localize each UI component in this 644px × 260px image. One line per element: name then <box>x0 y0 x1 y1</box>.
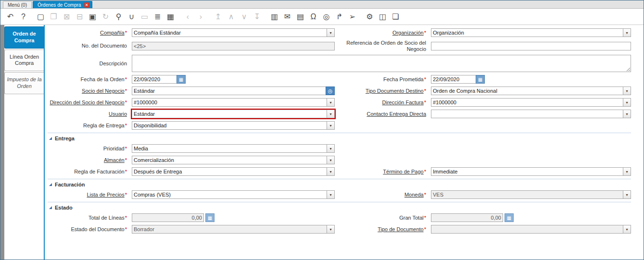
calendar-icon[interactable]: ▦ <box>165 12 176 22</box>
regla-facturacion-combo: ▾ <box>132 167 335 176</box>
fecha-orden-label: Fecha de la Orden* <box>48 76 128 83</box>
compania-label[interactable]: Compañía* <box>48 30 128 36</box>
estado-documento-dropdown-button[interactable]: ▾ <box>327 225 335 234</box>
socio-search-button[interactable]: ◎ <box>326 87 335 95</box>
estado-documento-combo: ▾ <box>132 225 335 234</box>
total-lineas-calculator-button[interactable]: ▦ <box>205 213 215 222</box>
preference-icon[interactable]: ⚙ <box>365 12 375 22</box>
tipo-doc-destino-label[interactable]: Tipo Documento Destino* <box>338 88 428 94</box>
tipo-doc-destino-dropdown-button[interactable]: ▾ <box>623 87 631 95</box>
window-tabbar: Menú (0) Órdenes de Compra ✕ <box>0 0 644 9</box>
direccion-factura-input[interactable] <box>431 98 623 107</box>
gran-total-label: Gran Total* <box>338 215 428 221</box>
fecha-orden-calendar-button[interactable]: ▦ <box>177 75 186 84</box>
record-info-icon[interactable]: ≣ <box>152 12 163 22</box>
almacen-combo: ▾ <box>132 156 335 164</box>
print-icon[interactable]: ▤ <box>295 12 305 22</box>
socio-label[interactable]: Socio del Negocio* <box>48 88 128 94</box>
socio-input[interactable] <box>132 87 326 95</box>
regla-entrega-dropdown-button[interactable]: ▾ <box>327 121 335 130</box>
sidebar-tabs: Orden de Compra Línea Orden Compra Impue… <box>4 25 44 260</box>
find-icon[interactable]: ⚲ <box>114 12 124 22</box>
compania-input[interactable] <box>132 28 327 37</box>
regla-facturacion-input[interactable] <box>132 167 327 176</box>
required-marker: * <box>125 215 127 221</box>
product-info-icon[interactable]: ◫ <box>378 12 388 22</box>
lista-precios-dropdown-button[interactable]: ▾ <box>327 190 335 199</box>
send-mail-icon[interactable]: ➢ <box>347 12 357 22</box>
archive-icon[interactable]: ✉ <box>282 12 292 22</box>
gran-total-calculator-button[interactable]: ▦ <box>505 213 514 222</box>
sidebar-tab-impuesto-de-la-orden[interactable]: Impuesto de la Orden <box>4 72 44 94</box>
close-tab-icon[interactable]: ✕ <box>84 2 89 8</box>
compania-dropdown-button[interactable]: ▾ <box>327 28 335 37</box>
termino-pago-label[interactable]: Término de Pago* <box>338 169 428 175</box>
almacen-input[interactable] <box>132 156 327 164</box>
section-facturacion-header[interactable]: Facturación <box>49 182 631 187</box>
moneda-label[interactable]: Moneda* <box>338 192 428 198</box>
fecha-prometida-field: ▦ <box>431 75 485 84</box>
section-collapse-icon <box>49 183 52 186</box>
required-marker: * <box>125 192 127 198</box>
section-facturacion-title: Facturación <box>55 182 85 187</box>
fecha-orden-field: ▦ <box>132 75 186 84</box>
zoom-across-icon[interactable]: ◎ <box>321 12 331 22</box>
organizacion-label[interactable]: Organización* <box>338 30 428 36</box>
report-icon[interactable]: ▥ <box>269 12 279 22</box>
sidebar-tab-orden-de-compra[interactable]: Orden de Compra <box>4 26 44 49</box>
usuario-input[interactable] <box>132 110 327 118</box>
direccion-socio-input[interactable] <box>132 98 327 107</box>
tipo-doc-destino-input[interactable] <box>431 87 623 95</box>
prioridad-dropdown-button[interactable]: ▾ <box>327 144 335 153</box>
regla-entrega-input[interactable] <box>132 121 327 130</box>
section-estado-header[interactable]: Estado <box>49 205 631 210</box>
tab-menu[interactable]: Menú (0) <box>3 1 32 8</box>
termino-pago-dropdown-button[interactable]: ▾ <box>623 167 631 176</box>
copy-record-icon: ❐ <box>49 12 59 22</box>
descripcion-textarea[interactable] <box>132 55 631 72</box>
fecha-orden-input[interactable] <box>132 75 177 84</box>
save-icon[interactable]: ▣ <box>88 12 98 22</box>
window-customization-icon[interactable]: ❏ <box>391 12 401 22</box>
contacto-input[interactable] <box>431 110 623 118</box>
sidebar-tab-linea-orden-compra[interactable]: Línea Orden Compra <box>4 50 44 72</box>
fecha-prometida-input[interactable] <box>431 75 476 84</box>
organizacion-dropdown-button[interactable]: ▾ <box>623 28 631 37</box>
lock-icon[interactable]: Ω <box>308 12 318 22</box>
lista-precios-label[interactable]: Lista de Precios* <box>48 192 128 198</box>
lista-precios-input[interactable] <box>132 190 327 199</box>
prioridad-combo: ▾ <box>132 144 335 153</box>
usuario-label[interactable]: Usuario <box>48 111 128 117</box>
workflow-icon[interactable]: ↱ <box>334 12 344 22</box>
no-documento-label: No. del Documento <box>48 43 128 49</box>
contacto-label[interactable]: Contacto Entrega Directa <box>338 111 428 117</box>
regla-facturacion-dropdown-button[interactable]: ▾ <box>327 167 335 176</box>
termino-pago-input[interactable] <box>431 167 623 176</box>
required-marker: * <box>125 146 127 151</box>
regla-entrega-combo: ▾ <box>132 121 335 130</box>
direccion-socio-label[interactable]: Dirección del Socio del Negocio* <box>48 99 128 106</box>
attachment-icon[interactable]: ∪ <box>126 12 137 22</box>
direccion-socio-dropdown-button[interactable]: ▾ <box>327 98 335 107</box>
termino-pago-combo: ▾ <box>431 167 631 176</box>
undo-icon[interactable]: ↶ <box>5 12 15 22</box>
prioridad-input[interactable] <box>132 144 327 153</box>
organizacion-input[interactable] <box>431 28 623 37</box>
calculator-icon: ▦ <box>507 215 511 221</box>
new-record-icon[interactable]: ▢ <box>36 12 46 22</box>
record-search-icon: ◎ <box>328 88 333 94</box>
main-area: Orden de Compra Línea Orden Compra Impue… <box>0 25 644 260</box>
tab-ordenes-de-compra[interactable]: Órdenes de Compra ✕ <box>33 1 92 8</box>
fecha-prometida-calendar-button[interactable]: ▦ <box>476 75 485 84</box>
help-icon[interactable]: ? <box>18 12 28 22</box>
sidebar-strip <box>0 25 4 260</box>
referencia-input[interactable] <box>431 42 631 50</box>
section-entrega-header[interactable]: Entrega <box>49 136 631 141</box>
almacen-label[interactable]: Almacén* <box>48 157 128 163</box>
direccion-factura-label[interactable]: Dirección Factura* <box>338 99 428 106</box>
contacto-dropdown-button[interactable]: ▾ <box>623 110 631 118</box>
almacen-dropdown-button[interactable]: ▾ <box>327 156 335 164</box>
tipo-documento-label[interactable]: Tipo de Documento* <box>338 226 428 233</box>
usuario-dropdown-button[interactable]: ▾ <box>327 110 335 118</box>
direccion-factura-dropdown-button[interactable]: ▾ <box>623 98 631 107</box>
